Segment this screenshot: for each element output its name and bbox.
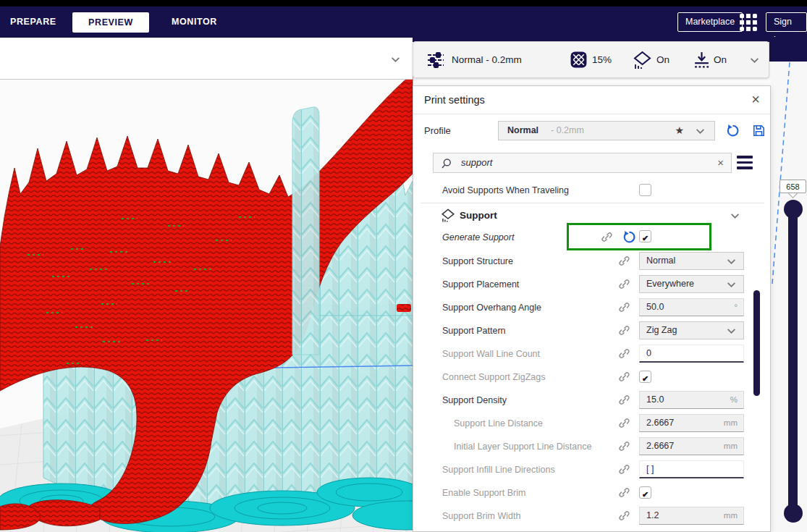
profile-name: Normal bbox=[507, 122, 538, 140]
settings-search-field[interactable]: support × bbox=[433, 153, 732, 173]
field-unit: mm bbox=[724, 415, 738, 431]
link-icon[interactable] bbox=[618, 417, 631, 430]
checkmark: ✔ bbox=[642, 490, 648, 499]
support-column-front bbox=[292, 107, 319, 355]
tab-monitor[interactable]: MONITOR bbox=[172, 7, 217, 38]
support-structure-dropdown[interactable]: Normal bbox=[639, 252, 744, 270]
link-icon[interactable] bbox=[618, 371, 631, 384]
print-setup-summary-bar[interactable]: Normal - 0.2mm 15% On On bbox=[413, 41, 769, 78]
link-icon[interactable] bbox=[618, 278, 631, 291]
setting-label: Generate Support bbox=[442, 225, 514, 250]
setting-row-support-density: Support Density 15.0 % bbox=[413, 389, 770, 412]
setting-label: Initial Layer Support Line Distance bbox=[454, 435, 591, 458]
chevron-down-icon bbox=[727, 328, 736, 334]
save-profile-icon[interactable] bbox=[752, 124, 766, 138]
link-icon[interactable] bbox=[601, 231, 614, 244]
star-icon: ★ bbox=[675, 122, 684, 140]
support-wall-line-count-input[interactable]: 0 bbox=[639, 345, 744, 363]
adhesion-icon bbox=[693, 51, 711, 69]
application-switcher-icon[interactable] bbox=[739, 13, 758, 32]
chevron-down-icon bbox=[727, 282, 736, 288]
chevron-down-icon bbox=[727, 258, 736, 265]
initial-layer-support-line-distance-input[interactable]: 2.6667 mm bbox=[639, 437, 744, 455]
dropdown-value: Zig Zag bbox=[646, 322, 677, 339]
setting-label: Support Line Distance bbox=[454, 412, 543, 435]
layer-slider-track[interactable] bbox=[788, 208, 798, 512]
application-header: PREPARE PREVIEW MONITOR Marketplace Sign… bbox=[0, 7, 807, 38]
settings-menu-icon[interactable] bbox=[737, 156, 754, 170]
support-infill-line-directions-input[interactable]: [ ] bbox=[639, 460, 744, 478]
setting-row-support-structure: Support Structure Normal bbox=[413, 250, 770, 273]
field-unit: % bbox=[730, 392, 738, 408]
field-value: 50.0 bbox=[646, 299, 664, 316]
support-line-distance-input[interactable]: 2.6667 mm bbox=[639, 414, 744, 432]
profile-dropdown[interactable]: Normal - 0.2mm ★ bbox=[498, 121, 715, 140]
category-label: Support bbox=[460, 205, 497, 227]
setting-label: Support Brim Width bbox=[442, 504, 520, 528]
reset-setting-icon[interactable] bbox=[622, 230, 636, 244]
layer-slider-handle-bottom[interactable] bbox=[784, 504, 803, 523]
field-unit: ° bbox=[734, 299, 738, 316]
divider bbox=[413, 114, 770, 114]
checkmark: ✔ bbox=[642, 374, 648, 383]
tab-prepare[interactable]: PREPARE bbox=[10, 7, 56, 38]
window-top-strip bbox=[0, 0, 807, 7]
link-icon[interactable] bbox=[618, 510, 631, 523]
clear-search-icon[interactable]: × bbox=[717, 153, 724, 172]
setting-label: Avoid Supports When Traveling bbox=[442, 179, 569, 202]
highlight-annotation-box: ✔ bbox=[567, 223, 711, 250]
link-icon[interactable] bbox=[618, 347, 631, 360]
setting-row-support-line-distance: Support Line Distance 2.6667 mm bbox=[413, 412, 770, 435]
support-pattern-dropdown[interactable]: Zig Zag bbox=[639, 321, 744, 339]
panel-scrollbar[interactable] bbox=[753, 290, 760, 396]
support-brim-width-input[interactable]: 1.2 mm bbox=[639, 507, 744, 525]
generate-support-checkbox[interactable]: ✔ bbox=[639, 230, 651, 242]
chevron-down-icon bbox=[391, 56, 400, 63]
tab-preview[interactable]: PREVIEW bbox=[72, 12, 149, 33]
setting-row-support-brim-width: Support Brim Width 1.2 mm bbox=[413, 504, 770, 528]
marketplace-button[interactable]: Marketplace bbox=[677, 12, 743, 32]
setting-label: Support Structure bbox=[442, 250, 513, 273]
support-placement-dropdown[interactable]: Everywhere bbox=[639, 275, 744, 293]
divider bbox=[421, 203, 764, 203]
setting-row-enable-support-brim: Enable Support Brim ✔ bbox=[413, 481, 770, 504]
link-icon[interactable] bbox=[618, 463, 631, 476]
field-value: 1.2 bbox=[646, 507, 659, 524]
field-value: 15.0 bbox=[646, 392, 664, 408]
profile-detail: - 0.2mm bbox=[551, 122, 584, 140]
setting-label: Support Pattern bbox=[442, 319, 506, 342]
search-icon bbox=[441, 158, 452, 169]
support-icon bbox=[633, 51, 652, 70]
avoid-supports-checkbox[interactable]: ✔ bbox=[639, 184, 651, 196]
setting-row-support-overhang-angle: Support Overhang Angle 50.0 ° bbox=[413, 296, 770, 319]
link-icon[interactable] bbox=[618, 394, 631, 407]
infill-summary-value: 15% bbox=[592, 42, 612, 77]
support-overhang-angle-input[interactable]: 50.0 ° bbox=[639, 298, 744, 316]
layer-slider-handle-top[interactable] bbox=[784, 200, 803, 219]
object-selector-bar[interactable] bbox=[0, 38, 413, 80]
setting-row-connect-support-zigzags: Connect Support ZigZags ✔ bbox=[413, 366, 770, 389]
setting-row-support-pattern: Support Pattern Zig Zag bbox=[413, 319, 770, 342]
close-icon[interactable]: × bbox=[751, 86, 760, 112]
link-icon[interactable] bbox=[618, 255, 631, 268]
support-density-input[interactable]: 15.0 % bbox=[639, 391, 744, 409]
sign-in-button[interactable]: Sign in bbox=[766, 12, 807, 32]
checkmark: ✔ bbox=[642, 234, 648, 242]
header-extension-right bbox=[769, 38, 807, 62]
setting-label: Support Infill Line Directions bbox=[442, 458, 555, 481]
chevron-down-icon bbox=[696, 128, 705, 135]
reset-profile-icon[interactable] bbox=[726, 124, 740, 138]
link-icon[interactable] bbox=[618, 324, 631, 337]
link-icon[interactable] bbox=[618, 486, 631, 499]
dropdown-value: Normal bbox=[646, 253, 675, 269]
chevron-down-icon bbox=[750, 57, 759, 64]
field-value: [ ] bbox=[646, 461, 654, 478]
setting-row-initial-layer-support-line-distance: Initial Layer Support Line Distance 2.66… bbox=[413, 435, 770, 458]
setting-label: Enable Support Brim bbox=[442, 481, 525, 504]
layer-value-badge: 658 bbox=[779, 180, 806, 193]
link-icon[interactable] bbox=[618, 440, 631, 453]
enable-support-brim-checkbox[interactable]: ✔ bbox=[639, 486, 651, 499]
connect-support-zigzags-checkbox[interactable]: ✔ bbox=[639, 371, 651, 383]
chevron-down-icon[interactable] bbox=[730, 213, 740, 219]
link-icon[interactable] bbox=[618, 301, 631, 314]
